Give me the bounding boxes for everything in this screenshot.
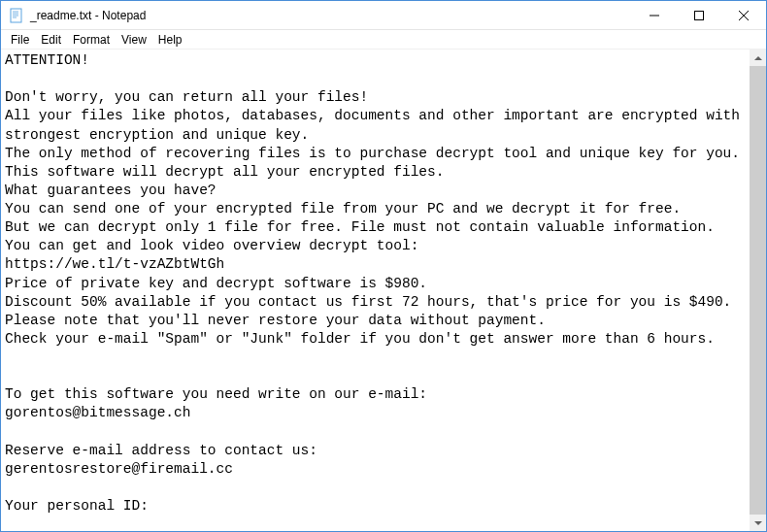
vertical-scrollbar[interactable] [750,50,766,531]
menubar: File Edit Format View Help [1,30,766,50]
menu-view[interactable]: View [116,32,152,48]
menu-help[interactable]: Help [152,32,188,48]
window-controls [632,1,766,29]
minimize-button[interactable] [632,1,677,29]
scroll-down-arrow-icon[interactable] [750,515,766,531]
scroll-up-arrow-icon[interactable] [750,50,766,66]
menu-format[interactable]: Format [67,32,116,48]
menu-edit[interactable]: Edit [35,32,67,48]
close-button[interactable] [721,1,766,29]
svg-rect-6 [695,11,704,19]
scroll-thumb[interactable] [750,66,766,515]
menu-file[interactable]: File [5,32,35,48]
titlebar-left: _readme.txt - Notepad [1,8,146,23]
svg-marker-10 [754,521,762,525]
maximize-button[interactable] [677,1,721,29]
text-editor-content[interactable]: ATTENTION! Don't worry, you can return a… [1,50,766,531]
svg-marker-9 [754,56,762,60]
window-title: _readme.txt - Notepad [30,9,146,22]
notepad-icon [9,8,24,23]
window-titlebar: _readme.txt - Notepad [1,1,766,30]
